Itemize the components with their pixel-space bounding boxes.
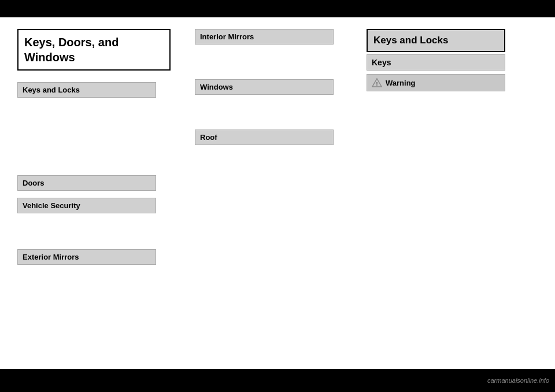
left-column: Keys, Doors, and Windows Keys and Locks … xyxy=(17,29,189,357)
content-area: Keys, Doors, and Windows Keys and Locks … xyxy=(0,17,555,369)
warning-icon: ! xyxy=(372,77,382,88)
keys-locks-bar-left[interactable]: Keys and Locks xyxy=(17,82,156,98)
mid-column: Interior Mirrors Windows Roof xyxy=(189,29,361,357)
exterior-mirrors-bar[interactable]: Exterior Mirrors xyxy=(17,249,156,265)
page: Keys, Doors, and Windows Keys and Locks … xyxy=(0,0,555,392)
main-title-box: Keys, Doors, and Windows xyxy=(17,29,171,71)
keys-sub-header[interactable]: Keys xyxy=(367,54,505,71)
spacer1 xyxy=(17,106,183,175)
bottom-bar: carmanualsonline.info xyxy=(0,369,555,392)
interior-mirrors-bar[interactable]: Interior Mirrors xyxy=(195,29,334,45)
spacer2 xyxy=(17,220,183,249)
right-column: Keys and Locks Keys ! Warning xyxy=(361,29,538,357)
doors-bar[interactable]: Doors xyxy=(17,175,156,191)
roof-bar[interactable]: Roof xyxy=(195,130,334,145)
windows-bar[interactable]: Windows xyxy=(195,79,334,95)
vehicle-security-bar[interactable]: Vehicle Security xyxy=(17,198,156,213)
keys-locks-header-right[interactable]: Keys and Locks xyxy=(367,29,505,52)
columns: Keys, Doors, and Windows Keys and Locks … xyxy=(17,29,538,357)
svg-text:!: ! xyxy=(376,81,378,87)
warning-bar[interactable]: ! Warning xyxy=(367,74,505,91)
watermark: carmanualsonline.info xyxy=(487,377,549,384)
main-title: Keys, Doors, and Windows xyxy=(24,35,164,65)
top-bar xyxy=(0,0,555,17)
